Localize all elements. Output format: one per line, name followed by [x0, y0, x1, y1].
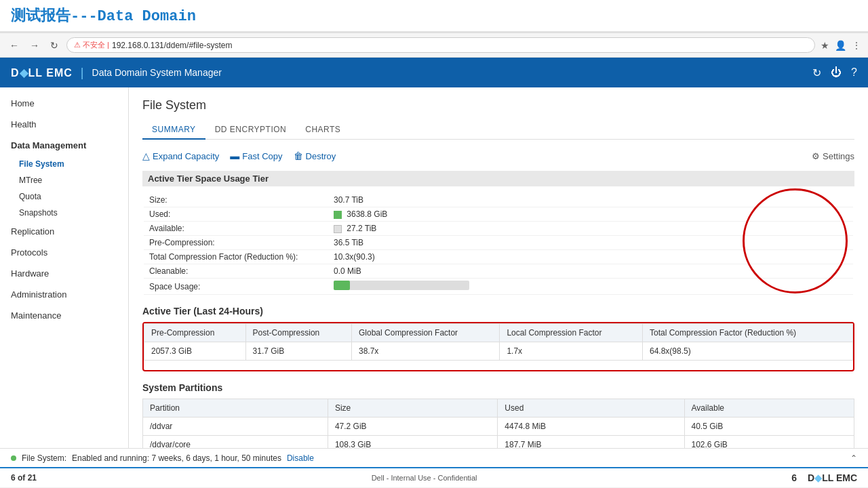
system-partitions-table: Partition Size Used Available /ddvar 47.… [142, 399, 854, 448]
cell-partition-0: /ddvar [143, 418, 328, 436]
title-bar: 测试报告---Data Domain [0, 0, 868, 33]
status-indicator [11, 455, 16, 461]
status-text: Enabled and running: 7 weeks, 6 days, 1 … [72, 453, 281, 463]
sidebar-item-file-system[interactable]: File System [0, 156, 128, 172]
precomp-value: 36.5 TiB [334, 238, 369, 247]
sidebar-item-replication[interactable]: Replication [0, 221, 128, 242]
menu-icon[interactable]: ⋮ [852, 40, 861, 51]
toolbar: △ Expand Capacity ▬ Fast Copy 🗑 Destroy … [142, 150, 854, 161]
tab-summary[interactable]: SUMMARY [142, 121, 205, 140]
power-icon[interactable]: ⏻ [831, 66, 842, 79]
used-value: 3638.8 GiB [334, 209, 393, 219]
bookmark-icon[interactable]: ★ [821, 40, 829, 51]
bottom-bar: 6 of 21 Dell - Internal Use - Confidenti… [0, 467, 868, 487]
help-icon[interactable]: ? [851, 66, 857, 79]
forward-button[interactable]: → [27, 39, 42, 52]
table-row: /ddvar 47.2 GiB 4474.8 MiB 40.5 GiB [143, 418, 854, 436]
size-label: Size: [144, 195, 334, 205]
cell-pre-comp: 2057.3 GiB [144, 342, 246, 361]
disable-link[interactable]: Disable [287, 453, 314, 463]
settings-icon: ⚙ [812, 151, 820, 161]
cell-size-0: 47.2 GiB [328, 418, 497, 436]
stats-row-used: Used: 3638.8 GiB [144, 207, 853, 222]
system-partitions-title: System Partitions [142, 382, 854, 393]
settings-button[interactable]: ⚙ Settings [812, 151, 854, 161]
col-size: Size [328, 399, 497, 418]
stats-row-compression: Total Compression Factor (Reduction %): … [144, 250, 853, 264]
size-value: 30.7 TiB [334, 195, 369, 205]
col-total-compression: Total Compression Factor (Reduction %) [642, 324, 852, 342]
status-label: File System: [22, 453, 66, 463]
cell-size-1: 108.3 GiB [328, 436, 497, 449]
active-tier-24h-title: Active Tier (Last 24-Hours) [142, 306, 854, 317]
expand-icon: △ [142, 150, 150, 161]
url-bar[interactable]: ⚠ 不安全 | 192.168.0.131/ddem/#file-system [66, 37, 815, 53]
refresh-button[interactable]: ↻ [47, 39, 61, 52]
cell-local-comp: 1.7x [500, 342, 643, 361]
cell-total-comp: 64.8x(98.5) [642, 342, 852, 361]
dell-logo: D◆LL EMC [11, 66, 73, 79]
cell-global-comp: 38.7x [352, 342, 500, 361]
slide-number: 6 [791, 472, 797, 483]
sidebar-item-snapshots[interactable]: Snapshots [0, 205, 128, 221]
expand-capacity-button[interactable]: △ Expand Capacity [142, 150, 219, 161]
compression-label: Total Compression Factor (Reduction %): [144, 252, 334, 262]
space-usage-fill [334, 281, 350, 290]
col-partition: Partition [143, 399, 328, 418]
sidebar-item-hardware[interactable]: Hardware [0, 263, 128, 284]
header-icons: ↻ ⏻ ? [812, 66, 857, 79]
tab-dd-encryption[interactable]: DD ENCRYPTION [205, 121, 296, 139]
space-usage-label: Space Usage: [144, 282, 334, 291]
fast-copy-button[interactable]: ▬ Fast Copy [230, 150, 282, 161]
stats-row-cleanable: Cleanable: 0.0 MiB [144, 264, 853, 279]
col-local-compression: Local Compression Factor [500, 324, 643, 342]
sidebar-item-maintenance[interactable]: Maintenance [0, 305, 128, 326]
stats-row-available: Available: 27.2 TiB [144, 222, 853, 236]
profile-icon[interactable]: 👤 [835, 40, 846, 51]
destroy-icon: 🗑 [294, 150, 303, 161]
col-available: Available [684, 399, 854, 418]
stats-table: Size: 30.7 TiB Used: 3638.8 GiB Availabl… [142, 192, 854, 296]
available-legend-dot [334, 225, 342, 233]
cleanable-value: 0.0 MiB [334, 266, 367, 276]
sidebar-item-data-management[interactable]: Data Management [0, 135, 128, 156]
sidebar-item-protocols[interactable]: Protocols [0, 242, 128, 263]
insecure-icon: ⚠ 不安全 | [74, 40, 109, 50]
sidebar-item-quota[interactable]: Quota [0, 188, 128, 205]
sidebar-item-administration[interactable]: Administration [0, 284, 128, 305]
fast-copy-icon: ▬ [230, 150, 239, 161]
stats-row-space-usage: Space Usage: [144, 279, 853, 295]
table-row: 2057.3 GiB 31.7 GiB 38.7x 1.7x 64.8x(98.… [144, 342, 853, 361]
chevron-up-icon[interactable]: ⌃ [850, 453, 857, 463]
cell-partition-1: /ddvar/core [143, 436, 328, 449]
stats-row-precomp: Pre-Compression: 36.5 TiB [144, 236, 853, 250]
used-label: Used: [144, 209, 334, 219]
sidebar: Home Health Data Management File System … [0, 87, 129, 448]
refresh-icon[interactable]: ↻ [812, 66, 821, 79]
compression-value: 10.3x(90.3) [334, 252, 380, 262]
sidebar-item-mtree[interactable]: MTree [0, 172, 128, 188]
cell-used-0: 4474.8 MiB [498, 418, 684, 436]
dell-logo-bottom: D◆LL EMC [808, 472, 857, 483]
status-bar: File System: Enabled and running: 7 week… [0, 448, 868, 467]
stats-row-size: Size: 30.7 TiB [144, 193, 853, 207]
sidebar-item-health[interactable]: Health [0, 114, 128, 135]
table-row: /ddvar/core 108.3 GiB 187.7 MiB 102.6 Gi… [143, 436, 854, 449]
sidebar-item-home[interactable]: Home [0, 93, 128, 114]
used-legend-dot [334, 211, 342, 219]
cell-used-1: 187.7 MiB [498, 436, 684, 449]
tab-charts[interactable]: CHARTS [296, 121, 350, 139]
tab-bar: SUMMARY DD ENCRYPTION CHARTS [142, 121, 854, 140]
confidentiality-text: Dell - Internal Use - Confidential [57, 474, 791, 482]
app-header: D◆LL EMC | Data Domain System Manager ↻ … [0, 58, 868, 87]
available-value: 27.2 TiB [334, 224, 382, 233]
cell-avail-1: 102.6 GiB [684, 436, 854, 449]
destroy-button[interactable]: 🗑 Destroy [294, 150, 336, 161]
col-pre-compression: Pre-Compression [144, 324, 246, 342]
page-indicator: 6 of 21 [11, 473, 37, 483]
cleanable-label: Cleanable: [144, 266, 334, 276]
available-label: Available: [144, 224, 334, 233]
active-tier-24h-table-wrap: Pre-Compression Post-Compression Global … [142, 322, 854, 371]
header-divider: | [81, 66, 84, 80]
back-button[interactable]: ← [7, 39, 22, 52]
